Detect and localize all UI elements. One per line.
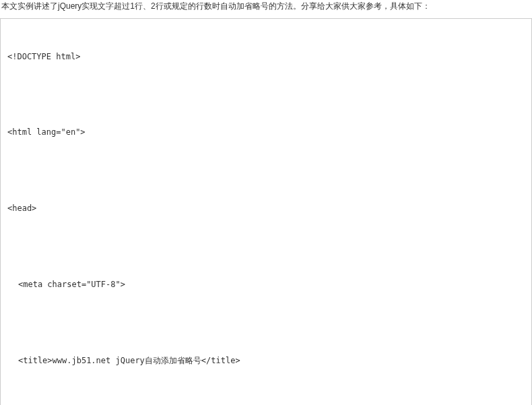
code-block: <!DOCTYPE html> <html lang="en"> <head> … <box>0 18 532 405</box>
blank-line <box>7 88 525 100</box>
code-line: <!DOCTYPE html> <box>7 51 525 63</box>
code-line: <title>www.jb51.net jQuery自动添加省略号</title… <box>7 354 525 367</box>
code-line: <html lang="en"> <box>7 126 525 138</box>
blank-line <box>7 392 525 404</box>
intro-paragraph: 本文实例讲述了jQuery实现文字超过1行、2行或规定的行数时自动加省略号的方法… <box>0 0 532 14</box>
blank-line <box>7 164 525 177</box>
blank-line <box>7 316 525 328</box>
blank-line <box>7 240 525 252</box>
code-line: <meta charset="UTF-8"> <box>7 278 525 290</box>
code-line: <head> <box>7 202 525 214</box>
